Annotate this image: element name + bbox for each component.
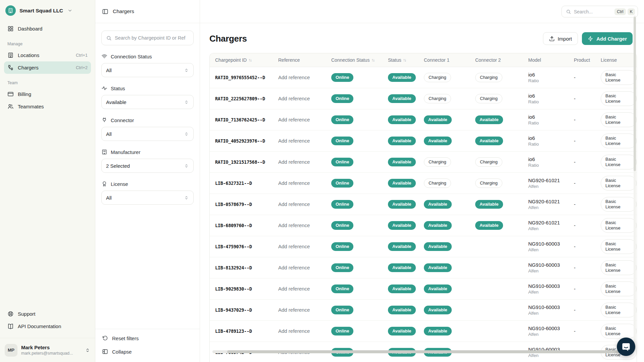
factory-icon bbox=[101, 149, 107, 155]
table-row[interactable]: LIB-0578679--DAdd referenceOnlineAvailab… bbox=[210, 194, 637, 215]
table-row[interactable]: RATIO_2225627809--DAdd referenceOnlineAv… bbox=[210, 88, 637, 109]
license-badge: Basic License bbox=[601, 281, 637, 297]
connector2-cell: Available bbox=[475, 137, 528, 145]
sidebar-item-chargers[interactable]: Chargers Ctrl+2 bbox=[4, 61, 91, 74]
add-reference-link[interactable]: Add reference bbox=[278, 138, 331, 144]
table-row[interactable]: LIB-6327321--DAdd referenceOnlineAvailab… bbox=[210, 173, 637, 194]
table-row[interactable]: LIB-9029830--DAdd referenceOnlineAvailab… bbox=[210, 278, 637, 300]
table-row[interactable]: LIB-8132924--DAdd referenceOnlineAvailab… bbox=[210, 257, 637, 278]
status-badge: Available bbox=[424, 285, 452, 293]
product-cell: - bbox=[574, 117, 601, 123]
column-header[interactable]: Status↑↓ bbox=[388, 57, 424, 63]
column-header[interactable]: Connection Status↑↓ bbox=[331, 57, 388, 63]
import-label: Import bbox=[558, 36, 572, 42]
filter-group-connection-status: Connection Status All bbox=[101, 53, 194, 77]
table-row[interactable]: RATIO_9976555452--DAdd referenceOnlineAv… bbox=[210, 67, 637, 88]
topbar: Ctrl K bbox=[200, 0, 644, 23]
table-row[interactable]: LIB-9437029--DAdd referenceOnlineAvailab… bbox=[210, 300, 637, 321]
kbd-k: K bbox=[628, 8, 635, 15]
sidebar-item-label: Chargers bbox=[18, 65, 39, 70]
add-reference-link[interactable]: Add reference bbox=[278, 307, 331, 313]
status-select[interactable]: Available bbox=[101, 95, 194, 109]
collapse-button[interactable]: Collapse bbox=[102, 349, 193, 355]
model-cell: NG920-61021Alfen bbox=[528, 177, 574, 189]
vertical-scrollbar-thumb[interactable] bbox=[634, 17, 636, 171]
add-reference-link[interactable]: Add reference bbox=[278, 180, 331, 186]
org-switcher[interactable]: Smart Squad LLC bbox=[0, 0, 95, 18]
add-reference-link[interactable]: Add reference bbox=[278, 265, 331, 271]
chat-launcher-button[interactable] bbox=[617, 338, 635, 356]
connector-select[interactable]: All bbox=[101, 127, 194, 141]
filter-label: Connection Status bbox=[111, 54, 152, 59]
add-reference-link[interactable]: Add reference bbox=[278, 328, 331, 334]
license-cell: Basic License bbox=[601, 91, 637, 106]
status-badge: Available bbox=[388, 221, 416, 230]
connection-status-cell: Online bbox=[331, 73, 388, 82]
chat-bubble-icon bbox=[622, 342, 631, 351]
global-search[interactable]: Ctrl K bbox=[561, 6, 638, 17]
table-row[interactable]: RATIO_7136762425--DAdd referenceOnlineAv… bbox=[210, 109, 637, 131]
license-select[interactable]: All bbox=[101, 191, 194, 205]
chargepoint-id-cell: RATIO_9976555452--D bbox=[215, 74, 278, 81]
status-badge: Available bbox=[424, 137, 452, 145]
column-header: Connector 1 bbox=[424, 57, 475, 63]
table-row[interactable]: LIB-4759076--DAdd referenceOnlineAvailab… bbox=[210, 236, 637, 257]
table-row[interactable]: RATIO_1921517568--DAdd referenceOnlineAv… bbox=[210, 152, 637, 173]
horizontal-scrollbar-thumb[interactable] bbox=[227, 350, 631, 353]
sidebar-item-label: Dashboard bbox=[18, 26, 42, 32]
add-reference-link[interactable]: Add reference bbox=[278, 244, 331, 250]
sidebar-item-label: API Documentation bbox=[18, 323, 61, 329]
status-badge: Available bbox=[475, 200, 503, 209]
manufacturer-select[interactable]: 2 Selected bbox=[101, 159, 194, 173]
sidebar-item-label: Locations bbox=[18, 52, 39, 58]
import-button[interactable]: Import bbox=[543, 32, 578, 45]
sidebar-item-api-docs[interactable]: API Documentation bbox=[4, 320, 91, 332]
add-reference-link[interactable]: Add reference bbox=[278, 201, 331, 207]
license-cell: Basic License bbox=[601, 70, 637, 85]
sidebar-item-support[interactable]: Support bbox=[4, 308, 91, 320]
filter-group-connector: Connector All bbox=[101, 117, 194, 141]
license-badge: Basic License bbox=[601, 155, 637, 170]
connector1-cell: Available bbox=[424, 285, 475, 293]
add-reference-link[interactable]: Add reference bbox=[278, 74, 331, 81]
sidebar-item-dashboard[interactable]: Dashboard bbox=[4, 22, 91, 35]
status-cell: Available bbox=[388, 242, 424, 251]
connection-status-select[interactable]: All bbox=[101, 63, 194, 77]
table-row[interactable]: RATIO_4052923976--DAdd referenceOnlineAv… bbox=[210, 131, 637, 152]
add-charger-button[interactable]: Add Charger bbox=[582, 32, 633, 45]
reset-filters-button[interactable]: Reset filters bbox=[102, 335, 193, 341]
chargepoint-search[interactable] bbox=[101, 31, 194, 45]
product-cell: - bbox=[574, 265, 601, 271]
table-row[interactable]: LIB-6809760--DAdd referenceOnlineAvailab… bbox=[210, 215, 637, 236]
connection-status-cell: Online bbox=[331, 327, 388, 335]
user-menu[interactable]: MP Mark Peters mark.peters@smartsquad... bbox=[0, 338, 95, 362]
status-badge: Available bbox=[388, 263, 416, 272]
add-reference-link[interactable]: Add reference bbox=[278, 96, 331, 102]
status-cell: Available bbox=[388, 115, 424, 124]
column-header[interactable]: Chargepoint ID↑↓ bbox=[215, 57, 278, 63]
status-badge: Available bbox=[475, 221, 503, 230]
add-reference-link[interactable]: Add reference bbox=[278, 222, 331, 228]
add-reference-link[interactable]: Add reference bbox=[278, 286, 331, 292]
status-badge: Online bbox=[331, 115, 353, 124]
sidebar-item-billing[interactable]: Billing bbox=[4, 88, 91, 100]
sidebar: Smart Squad LLC Dashboard Manage Locatio… bbox=[0, 0, 95, 362]
table-row[interactable]: LIB-4789123--DAdd referenceOnlineAvailab… bbox=[210, 321, 637, 342]
panel-left-icon[interactable] bbox=[102, 8, 108, 15]
add-reference-link[interactable]: Add reference bbox=[278, 117, 331, 123]
license-cell: Basic License bbox=[601, 324, 637, 339]
model-cell: NG920-61021Alfen bbox=[528, 199, 574, 210]
sidebar-item-locations[interactable]: Locations Ctrl+1 bbox=[4, 49, 91, 61]
product-cell: - bbox=[574, 138, 601, 144]
status-badge: Online bbox=[331, 158, 353, 166]
status-badge: Available bbox=[424, 242, 452, 251]
global-search-input[interactable] bbox=[574, 9, 612, 14]
add-reference-link[interactable]: Add reference bbox=[278, 159, 331, 165]
sidebar-item-teammates[interactable]: Teammates bbox=[4, 100, 91, 113]
chargepoint-search-input[interactable] bbox=[115, 35, 189, 41]
plug-icon bbox=[101, 117, 107, 123]
license-cell: Basic License bbox=[601, 303, 637, 318]
filter-group-status: Status Available bbox=[101, 85, 194, 109]
license-cell: Basic License bbox=[601, 218, 637, 233]
sidebar-item-label: Support bbox=[18, 311, 36, 317]
